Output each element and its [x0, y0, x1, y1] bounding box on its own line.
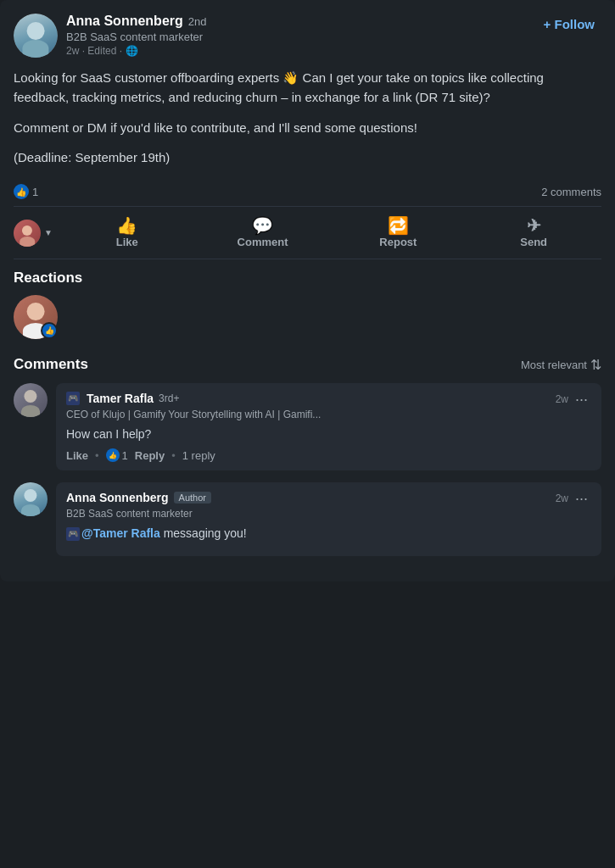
comments-label: Comments	[14, 356, 88, 373]
tamer-like-number: 1	[122, 449, 128, 462]
like-circle-icon: 👍	[14, 184, 29, 199]
tamer-avatar[interactable]	[14, 383, 48, 417]
anna-reply-time: 2w	[556, 492, 568, 504]
author-details: Anna Sonnenberg 2nd B2B SaaS content mar…	[66, 14, 206, 57]
repost-icon: 🔁	[388, 217, 409, 234]
tamer-title: CEO of Klujo | Gamify Your Storytelling …	[66, 409, 591, 420]
tamer-more-button[interactable]: ···	[572, 392, 591, 407]
tamer-comment-actions: Like • 👍 1 Reply • 1 reply	[66, 448, 591, 462]
klujo-icon: 🎮	[66, 392, 80, 405]
user-action-avatar[interactable]	[14, 220, 41, 247]
post-paragraph-2: Comment or DM if you'd like to contribut…	[14, 118, 601, 137]
like-icon: 👍	[116, 217, 137, 234]
tamer-degree: 3rd+	[159, 392, 179, 404]
author-degree: 2nd	[188, 15, 207, 28]
send-label: Send	[520, 236, 547, 248]
comment-header-tamer: 🎮 Tamer Rafla 3rd+ 2w ···	[66, 392, 591, 407]
avatar[interactable]	[14, 14, 58, 58]
author-title: B2B SaaS content marketer	[66, 31, 206, 43]
dropdown-arrow-icon[interactable]: ▼	[44, 228, 53, 237]
thumb-icon: 👍	[16, 187, 26, 197]
post-paragraph-1: Looking for SaaS customer offboarding ex…	[14, 68, 601, 108]
tamer-reply-button[interactable]: Reply	[135, 449, 165, 462]
reaction-item[interactable]: 👍	[14, 295, 58, 339]
small-thumb-icon: 👍	[109, 452, 117, 459]
small-like-circle-icon: 👍	[106, 448, 120, 462]
comment-button[interactable]: 💬 Comment	[195, 210, 331, 255]
comments-section: Comments Most relevant ⇅ 🎮 Tamer Rafla 3…	[14, 356, 601, 556]
anna-reply-more-button[interactable]: ···	[572, 491, 591, 506]
comment-header-anna-reply: Anna Sonnenberg Author 2w ···	[66, 491, 591, 506]
anna-reply-text: 🎮@Tamer Rafla messaging you!	[66, 525, 591, 542]
comment-bubble-tamer: 🎮 Tamer Rafla 3rd+ 2w ··· CEO of Klujo |…	[56, 383, 601, 470]
tamer-like-count: 👍 1	[106, 448, 128, 462]
sort-button[interactable]: Most relevant ⇅	[521, 357, 601, 373]
globe-icon: 🌐	[126, 45, 138, 57]
reaction-thumb-icon: 👍	[45, 326, 54, 335]
separator-2: •	[171, 449, 176, 462]
like-number: 1	[32, 186, 38, 198]
tamer-comment-text: How can I help?	[66, 426, 591, 443]
anna-reply-title: B2B SaaS content marketer	[66, 508, 591, 520]
author-tag: Author	[174, 492, 211, 504]
repost-label: Repost	[379, 236, 417, 248]
follow-button[interactable]: + Follow	[537, 14, 601, 35]
like-label: Like	[116, 236, 138, 248]
tamer-name[interactable]: Tamer Rafla	[87, 392, 154, 405]
mention-link[interactable]: @Tamer Rafla	[81, 526, 160, 540]
comment-item: 🎮 Tamer Rafla 3rd+ 2w ··· CEO of Klujo |…	[14, 383, 601, 470]
action-bar: ▼ 👍 Like 💬 Comment 🔁 Repost ✈ Send	[14, 207, 601, 259]
comments-header: Comments Most relevant ⇅	[14, 356, 601, 373]
reply-text-suffix: messaging you!	[160, 526, 247, 540]
anna-reply-time-more: 2w ···	[556, 491, 591, 506]
comment-author-tamer: 🎮 Tamer Rafla 3rd+	[66, 392, 179, 405]
post-meta: 2w · Edited · 🌐	[66, 45, 206, 57]
tamer-reply-count: 1 reply	[182, 449, 215, 462]
reactions-count-row: 👍 1 2 comments	[14, 177, 601, 207]
comment-bubble-anna-reply: Anna Sonnenberg Author 2w ··· B2B SaaS c…	[56, 482, 601, 556]
tamer-like-button[interactable]: Like	[66, 449, 88, 462]
sort-label: Most relevant	[521, 359, 587, 371]
repost-button[interactable]: 🔁 Repost	[330, 210, 466, 255]
comment-label: Comment	[238, 236, 288, 248]
reactions-label: Reactions	[14, 270, 601, 287]
comment-author-anna-reply: Anna Sonnenberg Author	[66, 491, 211, 504]
post-time: 2w · Edited ·	[66, 45, 122, 57]
author-name-row: Anna Sonnenberg 2nd	[66, 14, 206, 29]
separator-1: •	[95, 449, 99, 462]
post-paragraph-3: (Deadline: September 19th)	[14, 147, 601, 167]
post-content: Looking for SaaS customer offboarding ex…	[14, 68, 601, 167]
reactions-section: Reactions 👍	[14, 259, 601, 349]
like-button[interactable]: 👍 Like	[59, 210, 195, 255]
like-count[interactable]: 👍 1	[14, 184, 38, 199]
tamer-time: 2w	[556, 393, 568, 405]
reply-klujo-icon: 🎮	[66, 527, 80, 541]
send-icon: ✈	[527, 217, 541, 234]
author-info: Anna Sonnenberg 2nd B2B SaaS content mar…	[14, 14, 206, 58]
anna-reply-avatar[interactable]	[14, 482, 48, 516]
anna-reply-name[interactable]: Anna Sonnenberg	[66, 491, 169, 504]
comments-count[interactable]: 2 comments	[541, 186, 601, 198]
reaction-badge-icon: 👍	[41, 322, 58, 339]
tamer-time-more: 2w ···	[556, 392, 591, 407]
send-button[interactable]: ✈ Send	[466, 210, 601, 255]
comment-item-anna-reply: Anna Sonnenberg Author 2w ··· B2B SaaS c…	[14, 482, 601, 556]
author-name[interactable]: Anna Sonnenberg	[66, 14, 183, 29]
sort-icon: ⇅	[590, 357, 601, 373]
post-card: Anna Sonnenberg 2nd B2B SaaS content mar…	[0, 0, 615, 581]
comment-icon: 💬	[252, 217, 273, 234]
post-header: Anna Sonnenberg 2nd B2B SaaS content mar…	[14, 14, 601, 58]
